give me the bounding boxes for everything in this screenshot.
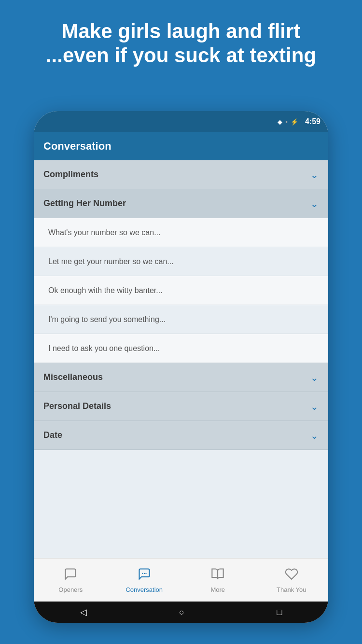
android-nav: ◁ ○ □ [34, 602, 328, 623]
battery-icon: ⚡ [291, 118, 298, 126]
section-compliments-title: Compliments [43, 169, 98, 180]
list-item-text: I'm going to send you something... [48, 315, 166, 324]
status-icons: ◆ ▪ ⚡ [278, 118, 298, 126]
content-area: Compliments ⌄ Getting Her Number ⌄ What'… [34, 160, 328, 450]
section-date-title: Date [43, 430, 62, 440]
status-bar: ◆ ▪ ⚡ 4:59 [34, 111, 328, 132]
recent-button[interactable]: □ [277, 607, 282, 617]
chevron-compliments-icon: ⌄ [310, 169, 319, 181]
section-personal-details-title: Personal Details [43, 401, 111, 411]
chevron-getting-her-number-icon: ⌄ [310, 198, 319, 210]
thank-you-icon [285, 567, 298, 584]
headline-line1: Make girls laugh and flirt [62, 20, 301, 42]
list-item[interactable]: I'm going to send you something... [34, 305, 328, 334]
list-item-text: What's your number so we can... [48, 228, 160, 237]
wifi-icon: ◆ [278, 118, 282, 126]
section-getting-her-number[interactable]: Getting Her Number ⌄ [34, 189, 328, 218]
nav-item-thank-you[interactable]: Thank You [255, 567, 329, 593]
section-compliments[interactable]: Compliments ⌄ [34, 160, 328, 189]
status-time: 4:59 [305, 117, 320, 126]
conversation-icon [138, 567, 151, 584]
svg-point-1 [144, 573, 145, 574]
list-item[interactable]: Ok enough with the witty banter... [34, 276, 328, 305]
home-button[interactable]: ○ [179, 607, 184, 617]
more-label: More [210, 586, 225, 593]
section-date[interactable]: Date ⌄ [34, 421, 328, 450]
app-bar: Conversation [34, 132, 328, 160]
list-item[interactable]: Let me get your number so we can... [34, 247, 328, 276]
chevron-miscellaneous-icon: ⌄ [310, 372, 319, 383]
list-item-text: Let me get your number so we can... [48, 257, 174, 266]
signal-icon: ▪ [285, 118, 288, 126]
nav-item-conversation[interactable]: Conversation [108, 567, 181, 593]
headline-line2: ...even if you suck at texting [46, 44, 316, 67]
conversation-label: Conversation [125, 586, 163, 593]
list-item-text: Ok enough with the witty banter... [48, 286, 163, 295]
list-item[interactable]: What's your number so we can... [34, 218, 328, 247]
list-item-text: I need to ask you one question... [48, 344, 160, 353]
section-miscellaneous-title: Miscellaneous [43, 372, 103, 382]
chevron-date-icon: ⌄ [310, 430, 319, 441]
nav-item-more[interactable]: More [181, 567, 255, 593]
more-icon [211, 567, 224, 584]
chevron-personal-details-icon: ⌄ [310, 401, 319, 412]
app-bar-title: Conversation [43, 140, 111, 153]
section-miscellaneous[interactable]: Miscellaneous ⌄ [34, 363, 328, 392]
openers-icon [64, 567, 77, 584]
section-getting-her-number-title: Getting Her Number [43, 198, 126, 209]
list-item[interactable]: I need to ask you one question... [34, 334, 328, 363]
back-button[interactable]: ◁ [80, 607, 87, 617]
nav-item-openers[interactable]: Openers [34, 567, 108, 593]
svg-point-2 [145, 573, 146, 574]
thank-you-label: Thank You [277, 586, 306, 593]
phone-frame: ◆ ▪ ⚡ 4:59 Conversation Compliments ⌄ Ge… [34, 111, 328, 623]
headline: Make girls laugh and flirt ...even if yo… [0, 0, 362, 83]
openers-label: Openers [58, 586, 83, 593]
section-personal-details[interactable]: Personal Details ⌄ [34, 392, 328, 421]
svg-point-0 [142, 573, 143, 574]
bottom-nav: Openers Conversation More [34, 558, 328, 602]
